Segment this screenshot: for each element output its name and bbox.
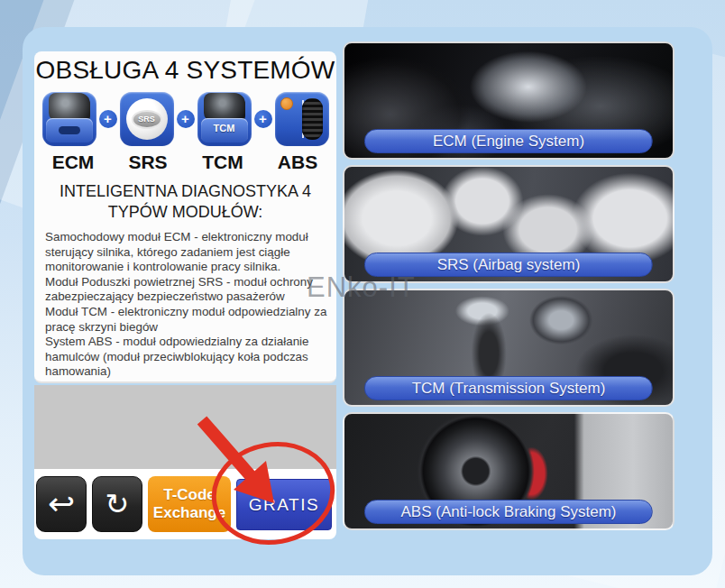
ecm-slot — [59, 126, 80, 134]
photo-caption-tcm: TCM (Transmission System) — [364, 376, 653, 400]
ecm-tray — [46, 118, 93, 142]
airbag-system-photo: SRS (Airbag system) — [343, 165, 675, 283]
plus-icon: + — [254, 110, 272, 128]
engine-system-photo: ECM (Engine System) — [343, 41, 675, 160]
system-icons-row: + SRS + TCM + — [34, 92, 336, 146]
system-label-abs: ABS — [271, 152, 325, 173]
page-title: OBSŁUGA 4 SYSTEMÓW — [34, 56, 336, 85]
t-code-exchange-button[interactable]: T-Code Exchange — [148, 476, 231, 532]
photo-caption-abs: ABS (Anti-lock Braking System) — [364, 500, 653, 524]
abs-icon — [275, 92, 329, 146]
toolbar: ↩ ↻ T-Code Exchange GRATIS — [34, 469, 336, 539]
gratis-button[interactable]: GRATIS — [236, 479, 332, 530]
srs-icon: SRS — [120, 92, 174, 146]
photo-caption-srs: SRS (Airbag system) — [364, 253, 653, 277]
system-labels-row: ECM SRS TCM ABS — [34, 152, 336, 173]
promo-page: { "header": { "title": "OBSŁUGA 4 SYSTEM… — [0, 0, 725, 588]
tcm-badge: TCM — [201, 123, 248, 133]
promo-card: OBSŁUGA 4 SYSTEMÓW + SRS + TCM — [23, 27, 712, 575]
system-photo-gallery: ECM (Engine System) SRS (Airbag system) … — [343, 41, 675, 536]
gray-spacer-panel — [34, 385, 336, 469]
abs-sensor-dot — [280, 97, 293, 110]
ecm-icon — [42, 92, 96, 146]
transmission-system-photo: TCM (Transmission System) — [343, 289, 675, 407]
plus-icon: + — [99, 110, 117, 128]
undo-icon: ↩ — [48, 488, 75, 520]
description-abs: System ABS - moduł odpowiedzialny za dzi… — [45, 335, 329, 380]
description-tcm: Moduł TCM - elektroniczny moduł odpowied… — [45, 305, 329, 335]
plus-icon: + — [177, 110, 195, 128]
srs-badge: SRS — [132, 110, 162, 129]
description-text: Samochodowy moduł ECM - elektroniczny mo… — [34, 230, 336, 380]
info-panel: OBSŁUGA 4 SYSTEMÓW + SRS + TCM — [34, 51, 336, 383]
srs-ball: SRS — [126, 98, 168, 140]
tcm-icon: TCM — [197, 92, 252, 146]
redo-icon: ↻ — [106, 490, 130, 519]
undo-button[interactable]: ↩ — [36, 476, 87, 532]
section-subtitle: INTELIGENTNA DIAGNOSTYKA 4 TYPÓW MODUŁÓW… — [34, 181, 336, 222]
abs-system-photo: ABS (Anti-lock Braking System) — [343, 412, 675, 530]
tire-image — [302, 98, 323, 140]
system-label-srs: SRS — [121, 152, 175, 173]
tcm-tray: TCM — [201, 118, 248, 142]
system-label-tcm: TCM — [196, 152, 250, 173]
description-ecm: Samochodowy moduł ECM - elektroniczny mo… — [45, 230, 329, 275]
redo-button[interactable]: ↻ — [92, 476, 142, 532]
description-srs: Moduł Poduszki powietrznej SRS - moduł o… — [45, 275, 329, 305]
system-label-ecm: ECM — [46, 152, 100, 173]
photo-caption-ecm: ECM (Engine System) — [364, 129, 653, 153]
